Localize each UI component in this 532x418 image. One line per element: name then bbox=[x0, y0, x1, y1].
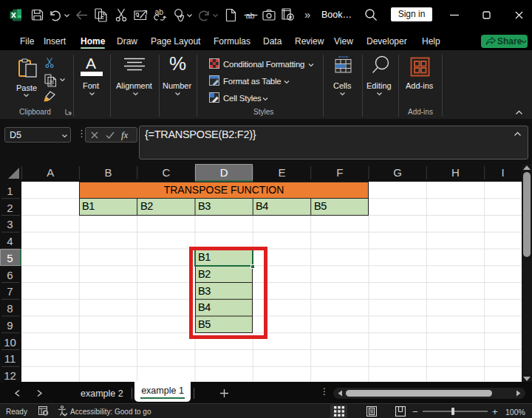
svg-text:ab: ab bbox=[155, 7, 164, 16]
